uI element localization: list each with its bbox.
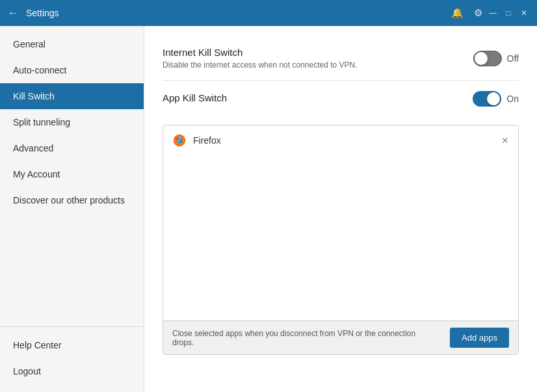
sidebar-item-auto-connect[interactable]: Auto-connect bbox=[0, 57, 144, 83]
list-item: Firefox ✕ bbox=[163, 128, 518, 153]
app-list-item-name: Firefox bbox=[193, 135, 501, 146]
sidebar-item-my-account[interactable]: My Account bbox=[0, 161, 144, 187]
internet-kill-switch-toggle-group: Off bbox=[473, 51, 519, 66]
app-kill-switch-toggle-group: On bbox=[473, 91, 519, 107]
add-apps-button[interactable]: Add apps bbox=[450, 328, 509, 348]
content-area: Internet Kill Switch Disable the interne… bbox=[144, 26, 537, 392]
app-list-box: Firefox ✕ Close selected apps when you d… bbox=[163, 125, 519, 355]
app-kill-switch-state-label: On bbox=[506, 94, 519, 104]
sidebar-item-discover[interactable]: Discover our other products bbox=[0, 187, 144, 213]
minimize-button[interactable]: — bbox=[488, 8, 498, 18]
internet-kill-switch-toggle[interactable] bbox=[473, 51, 502, 66]
gear-icon[interactable]: ⚙ bbox=[474, 7, 482, 19]
bell-icon[interactable]: 🔔 bbox=[451, 7, 464, 19]
sidebar-bottom: Help Center Logout bbox=[0, 326, 144, 392]
sidebar: General Auto-connect Kill Switch Split t… bbox=[0, 26, 144, 392]
sidebar-item-help-center[interactable]: Help Center bbox=[0, 332, 144, 358]
app-kill-switch-label: App Kill Switch bbox=[163, 92, 227, 106]
sidebar-item-split-tunneling[interactable]: Split tunneling bbox=[0, 109, 144, 135]
internet-kill-switch-thumb bbox=[475, 52, 488, 65]
titlebar-title: Settings bbox=[26, 8, 451, 18]
app-kill-switch-toggle[interactable] bbox=[473, 91, 501, 107]
app-kill-switch-row: App Kill Switch On bbox=[163, 80, 519, 117]
sidebar-item-kill-switch[interactable]: Kill Switch bbox=[0, 83, 144, 109]
internet-kill-switch-label: Internet Kill Switch Disable the interne… bbox=[163, 47, 358, 70]
internet-kill-switch-row: Internet Kill Switch Disable the interne… bbox=[163, 42, 519, 80]
app-list-items: Firefox ✕ bbox=[163, 125, 518, 320]
main-layout: General Auto-connect Kill Switch Split t… bbox=[0, 26, 537, 392]
close-button[interactable]: ✕ bbox=[519, 8, 529, 18]
firefox-icon bbox=[172, 133, 187, 148]
titlebar: ← Settings 🔔 ⚙ — □ ✕ bbox=[0, 0, 537, 26]
sidebar-nav: General Auto-connect Kill Switch Split t… bbox=[0, 26, 144, 326]
sidebar-item-general[interactable]: General bbox=[0, 31, 144, 57]
back-button[interactable]: ← bbox=[8, 7, 18, 19]
window-controls: — □ ✕ bbox=[488, 8, 529, 18]
app-list-footer-text: Close selected apps when you disconnect … bbox=[172, 329, 432, 347]
remove-app-button[interactable]: ✕ bbox=[501, 135, 509, 146]
internet-kill-switch-state-label: Off bbox=[507, 53, 519, 64]
sidebar-item-logout[interactable]: Logout bbox=[0, 358, 144, 384]
sidebar-item-advanced[interactable]: Advanced bbox=[0, 135, 144, 161]
titlebar-icons: 🔔 ⚙ bbox=[451, 7, 482, 19]
app-list-footer: Close selected apps when you disconnect … bbox=[163, 320, 518, 354]
maximize-button[interactable]: □ bbox=[503, 8, 514, 18]
